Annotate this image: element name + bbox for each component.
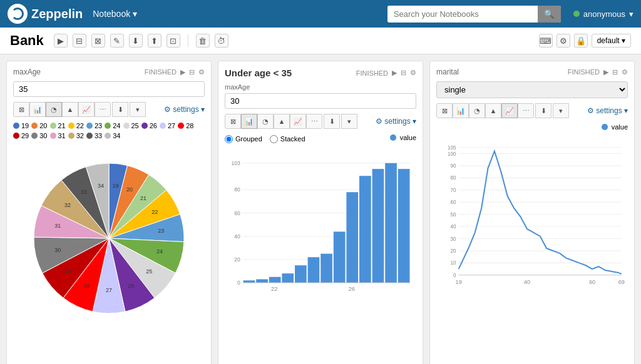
svg-text:24: 24 — [156, 248, 163, 255]
legend-item: 28 — [178, 122, 193, 129]
svg-text:10: 10 — [451, 260, 457, 266]
lock-icon[interactable]: 🔒 — [574, 34, 588, 48]
panel3-chart-toolbar: ⊠ 📊 ◔ ▲ 📈 ⋯ ⬇ ▾ ⚙ settings ▾ — [436, 103, 628, 118]
panel2-download-btn[interactable]: ⬇ — [324, 114, 340, 129]
keyboard-icon[interactable]: ⌨ — [539, 34, 553, 48]
area-view-btn[interactable]: ▲ — [62, 102, 78, 117]
svg-rect-28 — [244, 280, 255, 283]
toolbar-right: ⌨ ⚙ 🔒 default ▾ — [539, 34, 631, 48]
panel2-settings-icon[interactable]: ⚙ — [410, 69, 416, 77]
notebook-button[interactable]: Notebook ▾ — [93, 9, 137, 19]
panel3-settings-icon[interactable]: ⚙ — [622, 68, 628, 76]
svg-rect-32 — [295, 265, 307, 283]
panel-maxage: maxAge FINISHED ▶ ⊟ ⚙ ⊠ 📊 ◔ ▲ 📈 ⋯ ⬇ ▾ ⚙ … — [6, 61, 212, 364]
panel3-settings-btn[interactable]: ⚙ settings ▾ — [587, 106, 628, 115]
delete-icon[interactable]: 🗑 — [196, 34, 210, 48]
svg-rect-34 — [320, 254, 332, 283]
pie-view-btn2[interactable]: ◔ — [257, 114, 274, 129]
panel1-download-btn[interactable]: ⬇ — [112, 102, 128, 117]
scatter-view-btn2[interactable]: ⋯ — [306, 114, 322, 129]
timer-icon[interactable]: ⏱ — [215, 34, 228, 48]
svg-text:0: 0 — [453, 273, 456, 278]
panel3-download-btn[interactable]: ⬇ — [535, 103, 551, 118]
bar-view-btn[interactable]: 📊 — [29, 102, 46, 117]
panel1-dropdown-btn[interactable]: ▾ — [130, 102, 146, 117]
run-icon[interactable]: ▶ — [54, 34, 68, 48]
panel3-expand-icon[interactable]: ⊟ — [612, 68, 618, 76]
line-view-btn2[interactable]: 📈 — [290, 114, 306, 129]
panel2-run-icon[interactable]: ▶ — [392, 69, 397, 77]
legend-item: 21 — [50, 122, 66, 129]
panel1-input[interactable] — [13, 81, 205, 97]
svg-text:26: 26 — [348, 285, 355, 292]
panel2-input[interactable] — [225, 93, 416, 109]
bar-view-btn3[interactable]: 📊 — [453, 103, 469, 118]
svg-text:22: 22 — [151, 209, 158, 215]
pie-view-btn3[interactable]: ◔ — [469, 103, 485, 118]
legend-item: 24 — [105, 122, 120, 129]
svg-text:80: 80 — [451, 175, 457, 181]
grouped-radio[interactable]: Grouped — [225, 134, 262, 144]
panel2-dropdown-btn[interactable]: ▾ — [341, 114, 357, 129]
search-input[interactable] — [387, 6, 538, 22]
user-status-dot — [573, 11, 580, 17]
legend-item: 33 — [86, 132, 102, 139]
line-view-btn3[interactable]: 📈 — [501, 103, 518, 118]
panel2-settings-btn[interactable]: ⚙ settings ▾ — [376, 117, 416, 126]
line-view-btn[interactable]: 📈 — [78, 102, 95, 117]
table-view-btn[interactable]: ⊠ — [13, 102, 29, 117]
settings-icon[interactable]: ⚙ — [556, 34, 570, 48]
area-view-btn3[interactable]: ▲ — [485, 103, 501, 118]
panel1-settings-btn[interactable]: ⚙ settings ▾ — [164, 105, 205, 114]
download-icon[interactable]: ⬇ — [129, 34, 143, 48]
upload-icon[interactable]: ⬆ — [148, 34, 162, 48]
svg-text:26: 26 — [128, 283, 134, 289]
grid-icon[interactable]: ⊟ — [73, 34, 86, 48]
svg-text:60: 60 — [451, 200, 457, 205]
svg-text:90: 90 — [451, 163, 457, 169]
svg-text:50: 50 — [451, 212, 457, 218]
panel3-status: FINISHED ▶ ⊟ ⚙ — [568, 68, 628, 76]
svg-rect-33 — [308, 257, 320, 283]
panel1-header: maxAge FINISHED ▶ ⊟ ⚙ — [13, 68, 205, 76]
stacked-radio[interactable]: Stacked — [270, 134, 305, 144]
panel2-status-text: FINISHED — [356, 69, 388, 77]
panel2-expand-icon[interactable]: ⊟ — [401, 69, 406, 77]
svg-text:33: 33 — [81, 189, 87, 195]
edit-icon[interactable]: ✎ — [110, 34, 124, 48]
panel1-expand-icon[interactable]: ⊟ — [189, 68, 195, 76]
panel3-chart-types: ⊠ 📊 ◔ ▲ 📈 ⋯ — [436, 103, 534, 118]
user-info[interactable]: anonymous ▾ — [573, 9, 633, 19]
svg-rect-30 — [269, 277, 281, 283]
scatter-view-btn3[interactable]: ⋯ — [518, 103, 534, 118]
panel3-dropdown-btn[interactable]: ▾ — [553, 103, 569, 118]
main-content: maxAge FINISHED ▶ ⊟ ⚙ ⊠ 📊 ◔ ▲ 📈 ⋯ ⬇ ▾ ⚙ … — [0, 54, 641, 364]
panel3-select[interactable]: single married divorced — [436, 81, 628, 98]
table-icon[interactable]: ⊠ — [91, 34, 105, 48]
legend-item: 27 — [160, 122, 175, 129]
scatter-view-btn[interactable]: ⋯ — [95, 102, 111, 117]
table-view-btn3[interactable]: ⊠ — [436, 103, 453, 118]
panel1-settings-icon[interactable]: ⚙ — [198, 68, 205, 76]
svg-text:40: 40 — [234, 233, 240, 240]
panel1-run-icon[interactable]: ▶ — [180, 68, 185, 76]
layout-icon[interactable]: ⊡ — [167, 34, 180, 48]
svg-text:30: 30 — [54, 247, 61, 253]
header: Zeppelin Notebook ▾ 🔍 anonymous ▾ — [0, 0, 641, 28]
search-box: 🔍 — [387, 6, 561, 23]
panel3-header: marital FINISHED ▶ ⊟ ⚙ — [436, 68, 628, 76]
panel2-legend: value — [390, 134, 416, 141]
area-view-btn2[interactable]: ▲ — [274, 114, 290, 129]
svg-text:105: 105 — [448, 145, 456, 151]
panel3-status-text: FINISHED — [568, 68, 600, 76]
panel3-run-icon[interactable]: ▶ — [603, 68, 608, 76]
pie-view-btn[interactable]: ◔ — [46, 102, 62, 117]
default-button[interactable]: default ▾ — [592, 34, 631, 48]
table-view-btn2[interactable]: ⊠ — [225, 114, 241, 129]
panel-marital: marital FINISHED ▶ ⊟ ⚙ single married di… — [429, 61, 635, 364]
search-button[interactable]: 🔍 — [538, 6, 561, 23]
svg-text:103: 103 — [232, 160, 241, 166]
svg-text:27: 27 — [106, 287, 112, 293]
bar-view-btn2[interactable]: 📊 — [241, 114, 257, 129]
svg-text:19: 19 — [112, 183, 118, 189]
